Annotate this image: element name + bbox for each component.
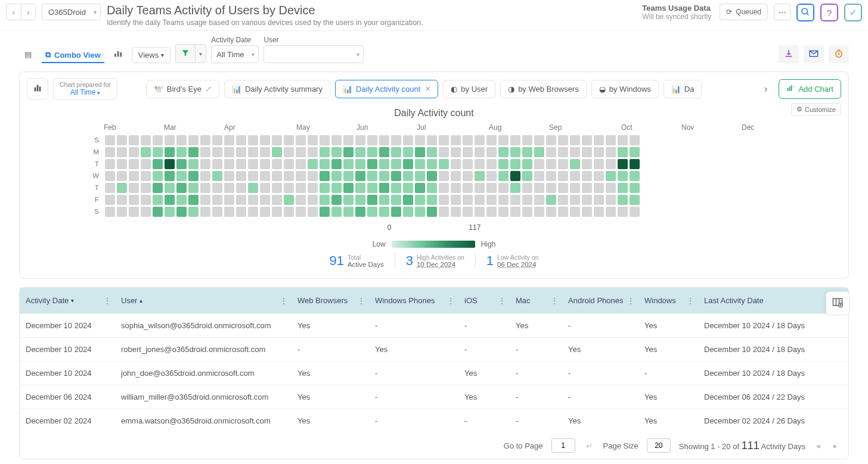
table-row[interactable]: December 06 2024william_miller@o365droid… [20,385,848,409]
heatmap-cell[interactable] [475,171,485,181]
heatmap-cell[interactable] [105,159,115,169]
heatmap-cell[interactable] [343,159,354,169]
heatmap-cell[interactable] [176,183,187,193]
heatmap-cell[interactable] [594,135,604,145]
heatmap-cell[interactable] [415,159,425,169]
heatmap-cell[interactable] [248,147,258,157]
col-header-mac[interactable]: Mac⋮ [510,288,562,313]
heatmap-cell[interactable] [510,171,520,181]
heatmap-cell[interactable] [260,147,270,157]
heatmap-cell[interactable] [212,171,222,181]
heatmap-cell[interactable] [272,135,282,145]
heatmap-cell[interactable] [463,195,473,205]
add-chart-button[interactable]: + Add Chart [779,79,841,99]
heatmap-cell[interactable] [570,195,580,205]
heatmap-cell[interactable] [534,207,544,217]
heatmap-cell[interactable] [284,195,294,205]
heatmap-cell[interactable] [630,147,640,157]
heatmap-cell[interactable] [284,135,294,145]
heatmap-cell[interactable] [117,171,127,181]
heatmap-cell[interactable] [308,147,318,157]
heatmap-cell[interactable] [391,195,401,205]
chart-tab-6[interactable]: 📊Da [664,80,702,98]
heatmap-cell[interactable] [439,183,449,193]
heatmap-cell[interactable] [224,147,234,157]
heatmap-cell[interactable] [439,171,449,181]
heatmap-cell[interactable] [570,135,580,145]
stat-label-2[interactable]: 06 Dec 2024 [497,261,538,268]
heatmap-cell[interactable] [176,159,187,169]
heatmap-cell[interactable] [176,171,187,181]
col-menu-icon[interactable]: ⋮ [550,296,559,306]
heatmap-cell[interactable] [320,183,330,193]
heatmap-cell[interactable] [260,207,270,217]
heatmap-cell[interactable] [498,195,509,205]
chart-tab-5[interactable]: ◒by Windows [591,80,659,98]
heatmap-cell[interactable] [284,159,294,169]
heatmap-cell[interactable] [427,207,437,217]
heatmap-cell[interactable] [439,147,449,157]
chart-tab-4[interactable]: ◑by Web Browsers [500,80,587,98]
heatmap-cell[interactable] [141,159,151,169]
heatmap-cell[interactable] [546,207,556,217]
heatmap-cell[interactable] [379,207,389,217]
heatmap-cell[interactable] [498,207,509,217]
heatmap-cell[interactable] [618,195,628,205]
heatmap-cell[interactable] [117,147,127,157]
heatmap-cell[interactable] [224,207,234,217]
heatmap-cell[interactable] [546,135,556,145]
heatmap-cell[interactable] [343,147,354,157]
col-header-date[interactable]: Activity Date ▾⋮ [20,288,115,313]
heatmap-cell[interactable] [427,171,437,181]
table-row[interactable]: December 02 2024emma.watson@o365droid.on… [20,409,848,432]
col-menu-icon[interactable]: ⋮ [686,296,695,306]
heatmap-cell[interactable] [355,195,365,205]
heatmap-cell[interactable] [427,195,437,205]
heatmap-cell[interactable] [606,195,616,205]
heatmap-cell[interactable] [415,171,425,181]
heatmap-cell[interactable] [141,207,151,217]
heatmap-cell[interactable] [308,159,318,169]
heatmap-cell[interactable] [176,147,187,157]
heatmap-cell[interactable] [188,195,199,205]
chart-stat-1[interactable]: 3High Activities on10 Dec 2024 [395,253,475,269]
heatmap-cell[interactable] [451,135,461,145]
heatmap-cell[interactable] [582,171,592,181]
heatmap-cell[interactable] [320,135,330,145]
heatmap-cell[interactable] [355,183,365,193]
heatmap-cell[interactable] [320,159,330,169]
heatmap-cell[interactable] [165,195,175,205]
heatmap-cell[interactable] [510,135,520,145]
heatmap-cell[interactable] [546,147,556,157]
col-header-last[interactable]: Last Activity Date⋮ [698,288,848,313]
heatmap-cell[interactable] [486,195,497,205]
heatmap-cell[interactable] [165,147,175,157]
heatmap-cell[interactable] [630,171,640,181]
heatmap-cell[interactable] [260,195,270,205]
col-header-ap[interactable]: Android Phones⋮ [562,288,638,313]
heatmap-cell[interactable] [522,207,532,217]
heatmap-cell[interactable] [272,159,282,169]
col-menu-icon[interactable]: ⋮ [836,296,845,306]
heatmap-cell[interactable] [296,171,306,181]
heatmap-cell[interactable] [522,147,532,157]
heatmap-cell[interactable] [606,159,616,169]
heatmap-cell[interactable] [308,207,318,217]
heatmap-cell[interactable] [355,147,365,157]
heatmap-cell[interactable] [534,195,544,205]
heatmap-cell[interactable] [331,195,342,205]
heatmap-cell[interactable] [570,159,580,169]
heatmap-cell[interactable] [475,183,485,193]
heatmap-cell[interactable] [451,207,461,217]
heatmap-cell[interactable] [558,159,568,169]
heatmap-cell[interactable] [379,135,389,145]
heatmap-cell[interactable] [498,147,509,157]
heatmap-cell[interactable] [367,171,377,181]
tabs-scroll-right-button[interactable]: › [757,80,774,97]
heatmap-cell[interactable] [105,171,115,181]
heatmap-cell[interactable] [331,171,342,181]
chart-tab-2[interactable]: 📊Daily Activity count✕ [335,80,438,98]
heatmap-cell[interactable] [486,183,497,193]
heatmap-cell[interactable] [236,195,246,205]
heatmap-cell[interactable] [558,195,568,205]
